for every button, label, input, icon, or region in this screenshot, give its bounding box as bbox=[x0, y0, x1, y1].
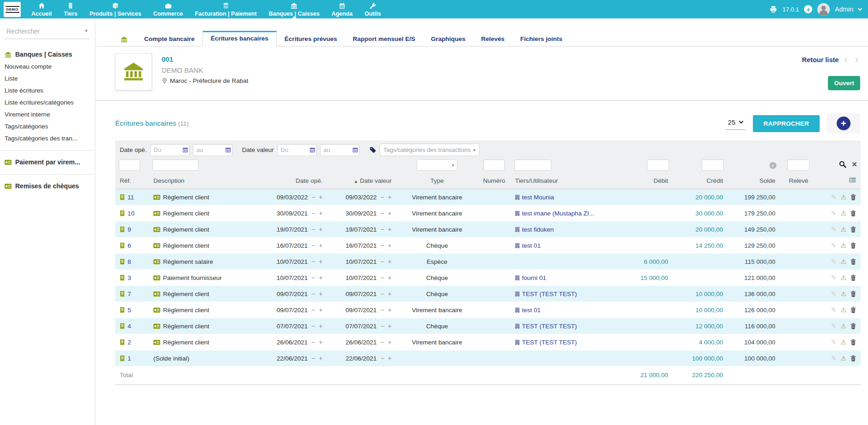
transaction-ref-link[interactable]: 3 bbox=[128, 274, 131, 281]
date-plus-control[interactable]: + bbox=[319, 258, 322, 265]
date-plus-control[interactable]: + bbox=[319, 210, 322, 217]
date-plus-control[interactable]: + bbox=[388, 322, 391, 330]
date-plus-control[interactable]: + bbox=[388, 258, 391, 265]
date-minus-control[interactable]: − bbox=[380, 242, 384, 249]
sidebar-item-nouveau-compte[interactable]: Nouveau compte bbox=[0, 61, 95, 73]
date-plus-control[interactable]: + bbox=[319, 290, 322, 297]
delete-icon[interactable] bbox=[851, 339, 856, 345]
date-plus-control[interactable]: + bbox=[319, 306, 322, 314]
date-minus-control[interactable]: − bbox=[380, 322, 384, 330]
date-minus-control[interactable]: − bbox=[311, 322, 315, 330]
tiers-link[interactable]: test imane (Mustapha ZI... bbox=[522, 210, 594, 217]
sidebar-section-remises-de-ch-ques[interactable]: Remises de chèques bbox=[0, 180, 95, 192]
back-to-list-link[interactable]: Retour liste bbox=[802, 56, 839, 64]
search-submit-icon[interactable] bbox=[839, 161, 846, 168]
date-plus-control[interactable]: + bbox=[319, 242, 322, 249]
type-filter-select[interactable]: ▾ bbox=[417, 159, 457, 171]
description-filter-input[interactable] bbox=[152, 159, 198, 171]
tiers-link[interactable]: TEST (TEST TEST) bbox=[522, 291, 577, 297]
sidebar-item-tags-cat-gories-des-tran[interactable]: Tags/catégories des tran... bbox=[0, 133, 95, 145]
top-menu-produits-services[interactable]: Produits | Services bbox=[83, 0, 147, 18]
date-plus-control[interactable]: + bbox=[388, 338, 391, 346]
date-minus-control[interactable]: − bbox=[380, 306, 384, 314]
delete-icon[interactable] bbox=[851, 307, 856, 313]
app-logo[interactable]: DEMO bbox=[4, 2, 21, 17]
date-minus-control[interactable]: − bbox=[380, 290, 384, 297]
date-plus-control[interactable]: + bbox=[319, 226, 322, 233]
col-header-tiers[interactable]: Tiers/Utilisateur bbox=[511, 175, 617, 189]
info-icon[interactable]: i bbox=[769, 162, 776, 169]
date-plus-control[interactable]: + bbox=[388, 290, 391, 297]
sidebar-section-paiement-par-virem[interactable]: Paiement par virem... bbox=[0, 156, 95, 169]
date-minus-control[interactable]: − bbox=[311, 210, 315, 217]
tiers-link[interactable]: test fiduken bbox=[522, 226, 554, 233]
sidebar-item-liste-critures-cat-gories[interactable]: Liste écritures/catégories bbox=[0, 97, 95, 109]
transaction-ref-link[interactable]: 7 bbox=[128, 291, 131, 297]
date-minus-control[interactable]: − bbox=[380, 274, 384, 281]
date-minus-control[interactable]: − bbox=[311, 306, 315, 314]
add-shortcut-icon[interactable]: + bbox=[804, 5, 812, 13]
date-minus-control[interactable]: − bbox=[380, 193, 384, 201]
column-selector-icon[interactable] bbox=[817, 175, 861, 189]
transaction-ref-link[interactable]: 11 bbox=[128, 194, 134, 201]
tiers-link[interactable]: test Mounia bbox=[522, 194, 554, 201]
rapprocher-button[interactable]: RAPPROCHER bbox=[753, 115, 820, 132]
tiers-link[interactable]: TEST (TEST TEST) bbox=[522, 323, 577, 330]
sidebar-item-virement-interne[interactable]: Virement interne bbox=[0, 109, 95, 121]
date-minus-control[interactable]: − bbox=[311, 242, 315, 249]
col-header-releve[interactable]: Relevé bbox=[780, 175, 817, 189]
sidebar-section-banques-caisses[interactable]: Banques | Caisses bbox=[0, 48, 95, 61]
clear-filters-icon[interactable]: × bbox=[852, 161, 857, 168]
tiers-link[interactable]: fourni 01 bbox=[522, 274, 547, 281]
col-header-ref[interactable]: Réf. bbox=[115, 175, 149, 189]
top-menu-facturation-paiement[interactable]: Facturation | Paiement bbox=[189, 0, 262, 18]
col-header-solde[interactable]: Solde bbox=[728, 175, 780, 189]
delete-icon[interactable] bbox=[851, 194, 856, 200]
tiers-filter-input[interactable] bbox=[514, 159, 551, 171]
transaction-ref-link[interactable]: 5 bbox=[128, 307, 131, 314]
date-minus-control[interactable]: − bbox=[380, 338, 384, 346]
sidebar-item-liste-critures[interactable]: Liste écritures bbox=[0, 85, 95, 97]
delete-icon[interactable] bbox=[851, 242, 856, 249]
delete-icon[interactable] bbox=[851, 226, 856, 233]
calendar-icon[interactable] bbox=[353, 147, 358, 152]
col-header-date-val[interactable]: ▲Date valeur bbox=[327, 175, 396, 189]
col-header-date-ope[interactable]: Date opé. bbox=[258, 175, 327, 189]
transaction-ref-link[interactable]: 10 bbox=[128, 210, 134, 217]
tiers-link[interactable]: test 01 bbox=[522, 242, 541, 249]
date-minus-control[interactable]: − bbox=[380, 226, 384, 233]
top-menu-banques-caisses[interactable]: Banques | Caisses bbox=[262, 0, 326, 18]
date-plus-control[interactable]: + bbox=[388, 306, 391, 314]
date-minus-control[interactable]: − bbox=[380, 210, 384, 217]
search-caret-icon[interactable]: ▼ bbox=[84, 29, 88, 33]
page-size-select[interactable]: 25 bbox=[725, 117, 746, 130]
tab-critures-bancaires[interactable]: Écritures bancaires bbox=[203, 31, 277, 47]
delete-icon[interactable] bbox=[851, 274, 856, 281]
delete-icon[interactable] bbox=[851, 258, 856, 265]
avatar[interactable] bbox=[817, 3, 830, 16]
delete-icon[interactable] bbox=[851, 355, 856, 361]
sidebar-item-tags-cat-gories[interactable]: Tags/catégories bbox=[0, 121, 95, 133]
calendar-icon[interactable] bbox=[226, 147, 231, 152]
print-icon[interactable] bbox=[769, 6, 777, 13]
date-plus-control[interactable]: + bbox=[388, 210, 391, 217]
date-plus-control[interactable]: + bbox=[319, 274, 322, 281]
transaction-ref-link[interactable]: 1 bbox=[128, 355, 131, 362]
date-minus-control[interactable]: − bbox=[311, 355, 315, 362]
credit-filter-input[interactable] bbox=[702, 159, 724, 171]
transaction-ref-link[interactable]: 9 bbox=[128, 226, 131, 233]
date-plus-control[interactable]: + bbox=[388, 355, 391, 362]
tab-compte-bancaire[interactable]: Compte bancaire bbox=[136, 32, 203, 47]
col-header-numero[interactable]: Numéro bbox=[478, 175, 511, 189]
date-minus-control[interactable]: − bbox=[311, 274, 315, 281]
numero-filter-input[interactable] bbox=[484, 159, 505, 171]
date-minus-control[interactable]: − bbox=[380, 258, 384, 265]
date-minus-control[interactable]: − bbox=[380, 355, 384, 362]
delete-icon[interactable] bbox=[851, 323, 856, 329]
calendar-icon[interactable] bbox=[310, 147, 315, 152]
date-plus-control[interactable]: + bbox=[388, 193, 391, 201]
tiers-link[interactable]: test 01 bbox=[522, 307, 541, 314]
top-menu-commerce[interactable]: Commerce bbox=[147, 0, 189, 18]
prev-record-icon[interactable]: ‹ bbox=[842, 57, 849, 63]
top-menu-outils[interactable]: Outils bbox=[359, 0, 387, 18]
